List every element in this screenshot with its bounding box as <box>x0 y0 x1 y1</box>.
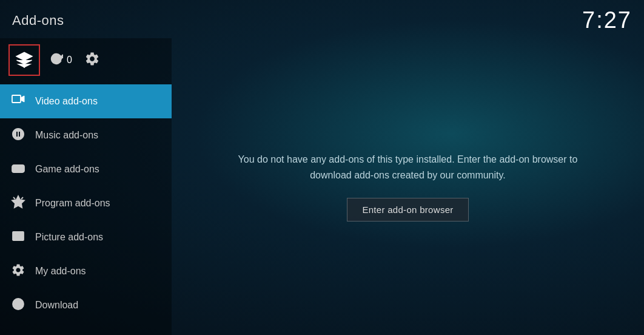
page-title: Add-ons <box>12 13 64 29</box>
enter-addon-browser-button[interactable]: Enter add-on browser <box>347 198 468 222</box>
refresh-button[interactable]: 0 <box>50 52 72 68</box>
svg-point-9 <box>20 168 21 169</box>
info-message: You do not have any add-ons of this type… <box>226 152 590 183</box>
download-icon <box>11 297 25 314</box>
svg-marker-5 <box>21 96 24 102</box>
refresh-count: 0 <box>67 55 72 66</box>
music-icon <box>11 127 25 144</box>
sidebar-item-music-label: Music add-ons <box>35 130 98 141</box>
main-content: You do not have any add-ons of this type… <box>172 38 644 335</box>
sidebar-item-program[interactable]: Program add-ons <box>0 186 172 220</box>
sidebar-item-myaddon-label: My add-ons <box>35 266 86 277</box>
sidebar-item-download-label: Download <box>35 300 78 311</box>
header: Add-ons 7:27 <box>0 0 644 38</box>
sidebar-item-game[interactable]: Game add-ons <box>0 152 172 186</box>
sidebar-item-download[interactable]: Download <box>0 288 172 322</box>
sidebar-item-myaddon[interactable]: My add-ons <box>0 254 172 288</box>
toolbar: 0 <box>0 38 172 84</box>
sidebar-item-music[interactable]: Music add-ons <box>0 118 172 152</box>
picture-icon <box>11 229 25 246</box>
sidebar-item-program-label: Program add-ons <box>35 198 110 209</box>
sidebar: 0 Video add-ons <box>0 38 172 335</box>
sidebar-item-video-label: Video add-ons <box>35 96 98 107</box>
svg-point-10 <box>22 169 23 170</box>
settings-button[interactable] <box>84 51 100 69</box>
video-icon <box>11 93 25 110</box>
sidebar-item-video[interactable]: Video add-ons <box>0 84 172 118</box>
refresh-icon <box>50 52 63 68</box>
sidebar-item-picture[interactable]: Picture add-ons <box>0 220 172 254</box>
myaddon-icon <box>11 263 25 280</box>
svg-rect-4 <box>12 95 21 103</box>
svg-point-12 <box>15 234 17 236</box>
game-icon <box>11 161 25 178</box>
addon-box-button[interactable] <box>8 44 40 76</box>
clock: 7:27 <box>582 7 632 33</box>
sidebar-item-game-label: Game add-ons <box>35 164 99 175</box>
program-icon <box>11 195 25 212</box>
content-area: 0 Video add-ons <box>0 38 644 335</box>
sidebar-item-picture-label: Picture add-ons <box>35 232 103 243</box>
